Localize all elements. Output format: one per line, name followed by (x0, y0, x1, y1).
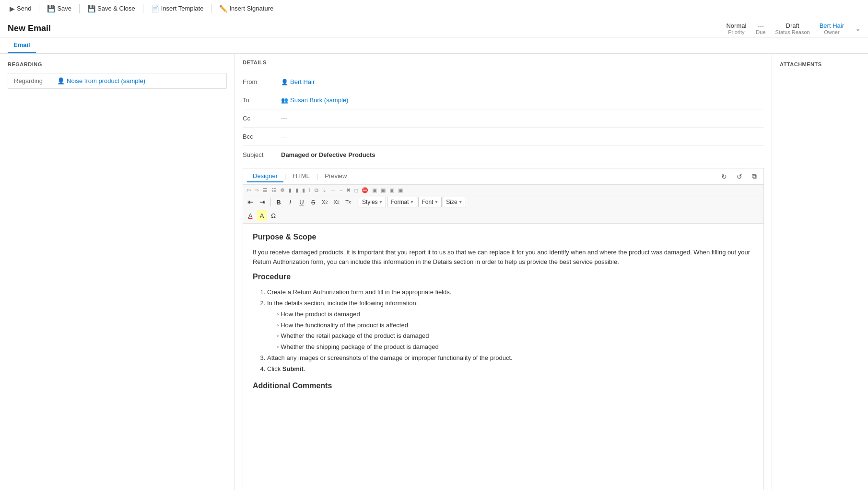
to-icon: 👥 (281, 97, 288, 104)
from-row: From 👤 Bert Hair (243, 73, 764, 91)
save-close-icon: 💾 (87, 5, 95, 12)
fmt-small-5[interactable]: ☸ (279, 187, 286, 194)
priority-meta: Normal Priority (726, 22, 746, 35)
format-row2: ⇤ ⇥ B I U S X2 X2 Tx Styles ▼ (245, 195, 762, 209)
regarding-value[interactable]: 👤 Noise from product (sample) (57, 77, 145, 84)
editor-content[interactable]: Purpose & Scope If you receive damaged p… (243, 224, 763, 490)
from-value[interactable]: 👤 Bert Hair (281, 78, 764, 85)
tab-designer[interactable]: Designer (247, 170, 283, 182)
left-panel: REGARDING Regarding 👤 Noise from product… (0, 54, 235, 490)
status-meta: Draft Status Reason (775, 22, 810, 35)
fmt-small-9[interactable]: ⁞ (307, 187, 312, 194)
content-bullets: How the product is damaged How the funct… (277, 310, 754, 351)
tab-email[interactable]: Email (8, 37, 36, 53)
tab-bar: Email (0, 37, 868, 54)
fmt-small-2[interactable]: ⇨ (253, 187, 260, 194)
content-heading3: Additional Comments (253, 380, 754, 392)
send-button[interactable]: ▶ Send (6, 3, 35, 14)
clear-format-button[interactable]: Tx (343, 197, 353, 207)
top-toolbar: ▶ Send 💾 Save 💾 Save & Close 📄 Insert Te… (0, 0, 868, 17)
toolbar-divider-4 (211, 4, 211, 13)
subscript-button[interactable]: X2 (319, 197, 330, 207)
styles-arrow-icon: ▼ (379, 200, 383, 204)
cc-row: Cc --- (243, 109, 764, 128)
superscript-button[interactable]: X2 (331, 197, 341, 207)
editor-actions: ↻ ↺ ⧉ (718, 171, 760, 181)
font-highlight-button[interactable]: A (257, 210, 267, 221)
fmt-small-17[interactable]: ▣ (371, 187, 378, 194)
regarding-label: Regarding (14, 77, 57, 84)
bold-button[interactable]: B (273, 197, 284, 207)
format-label: Format (390, 199, 409, 205)
underline-button[interactable]: U (296, 197, 307, 207)
fmt-small-20[interactable]: ▣ (397, 187, 404, 194)
to-value[interactable]: 👥 Susan Burk (sample) (281, 96, 764, 104)
fmt-small-1[interactable]: ⇦ (245, 187, 252, 194)
right-panel: ATTACHMENTS (772, 54, 868, 490)
fmt-small-13[interactable]: − (338, 187, 344, 194)
expand-button[interactable]: ⧉ (749, 171, 760, 181)
styles-dropdown[interactable]: Styles ▼ (359, 197, 387, 207)
fmt-small-14[interactable]: ✖ (345, 187, 352, 194)
tab-html[interactable]: HTML (287, 170, 315, 182)
list-item: Whether the shipping package of the prod… (277, 342, 754, 352)
tab-preview[interactable]: Preview (319, 170, 352, 182)
font-color-button[interactable]: A (245, 210, 256, 221)
status-label: Status Reason (775, 29, 810, 35)
to-value-text: Susan Burk (sample) (290, 96, 348, 104)
fmt-small-15[interactable]: □ (353, 187, 359, 194)
save-close-label: Save & Close (97, 5, 135, 12)
fmt-small-10[interactable]: ⧉ (313, 187, 320, 194)
tab-sep-2: | (317, 173, 318, 180)
toolbar-divider-3 (143, 4, 143, 13)
size-dropdown[interactable]: Size ▼ (443, 197, 466, 207)
strikethrough-button[interactable]: S (308, 197, 318, 207)
format-arrow-icon: ▼ (410, 200, 414, 204)
save-button[interactable]: 💾 Save (43, 3, 75, 14)
toolbar-divider-1 (39, 4, 39, 13)
insert-template-button[interactable]: 📄 Insert Template (147, 3, 208, 14)
save-close-button[interactable]: 💾 Save & Close (83, 3, 139, 14)
list-item: Whether the retail package of the produc… (277, 331, 754, 341)
indent-button[interactable]: ⇥ (257, 197, 268, 207)
styles-label: Styles (362, 199, 378, 205)
format-dropdown[interactable]: Format ▼ (387, 197, 417, 207)
save-label: Save (57, 5, 71, 12)
list-item: How the functionality of the product is … (277, 321, 754, 330)
font-dropdown[interactable]: Font ▼ (418, 197, 442, 207)
fmt-small-6[interactable]: ▮ (287, 187, 293, 194)
due-meta: --- Due (756, 22, 765, 35)
fmt-small-18[interactable]: ▣ (379, 187, 387, 194)
fmt-small-19[interactable]: ▣ (388, 187, 396, 194)
owner-value[interactable]: Bert Hair (820, 22, 844, 29)
content-para1: If you receive damaged products, it is i… (253, 248, 754, 266)
cc-value[interactable]: --- (281, 115, 764, 122)
fmt-small-16[interactable]: ⛔ (360, 187, 370, 194)
from-value-text: Bert Hair (290, 78, 315, 85)
subject-value[interactable]: Damaged or Defective Products (281, 151, 764, 158)
special-char-button[interactable]: Ω (268, 210, 279, 221)
insert-template-label: Insert Template (161, 5, 204, 12)
fmt-small-4[interactable]: ☷ (270, 187, 278, 194)
header-chevron-icon[interactable]: ⌄ (856, 25, 860, 32)
redo-button[interactable]: ↺ (734, 171, 745, 181)
fmt-small-3[interactable]: ☰ (261, 187, 269, 194)
editor-container: Designer | HTML | Preview ↻ ↺ ⧉ ⇦ ⇨ (243, 168, 764, 490)
owner-meta: Bert Hair Owner (820, 22, 844, 35)
list-item: Attach any images or screenshots of the … (267, 353, 754, 363)
send-icon: ▶ (10, 5, 15, 12)
owner-label: Owner (820, 29, 844, 35)
fmt-small-12[interactable]: → (329, 187, 337, 194)
italic-button[interactable]: I (285, 197, 295, 207)
fmt-small-7[interactable]: ▮ (294, 187, 300, 194)
save-icon: 💾 (47, 5, 55, 12)
bcc-value[interactable]: --- (281, 133, 764, 140)
priority-label: Priority (726, 29, 746, 35)
fmt-small-11[interactable]: ⇓ (321, 187, 328, 194)
toolbar-divider-2 (79, 4, 80, 13)
fmt-small-8[interactable]: ▮ (301, 187, 306, 194)
undo-button[interactable]: ↻ (718, 171, 730, 181)
outdent-button[interactable]: ⇤ (245, 197, 256, 207)
details-section-title: DETAILS (243, 60, 764, 67)
insert-signature-button[interactable]: ✏️ Insert Signature (215, 3, 277, 14)
